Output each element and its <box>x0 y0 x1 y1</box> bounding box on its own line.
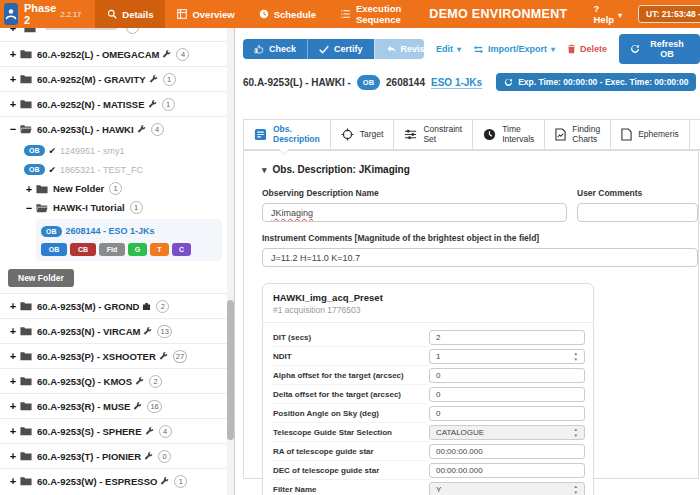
nav-label: Execution Sequence <box>356 3 401 25</box>
param-row-delta-offset: Delta offset for the target (arcsec) 0 <box>271 385 585 404</box>
count-badge: 4 <box>159 425 172 438</box>
expand-icon[interactable]: + <box>8 301 18 311</box>
obs-name-label: Observing Description Name <box>262 188 567 198</box>
expand-icon[interactable]: + <box>8 49 18 59</box>
tree-item-partial[interactable]: + <box>0 28 234 41</box>
instrument-comments-field-group: Instrument Comments [Magnitude of the br… <box>262 233 698 267</box>
undo-arrow-icon <box>386 45 396 54</box>
tree-item-sphere[interactable]: + 60.A-9253(S) - SPHERE 4 <box>0 418 234 443</box>
ob-item-smy1[interactable]: OB ✔ 1249951 - smy1 <box>0 141 234 160</box>
wrench-icon <box>135 377 144 386</box>
param-row-filter-name: Filter Name Y <box>271 480 585 495</box>
expand-icon[interactable]: + <box>8 476 18 486</box>
eso-logo[interactable] <box>4 3 18 25</box>
dit-input[interactable]: 2 <box>429 330 585 345</box>
revise-label: Revise <box>401 44 424 54</box>
tab-constraint-set[interactable]: ConstraintSet <box>394 119 473 150</box>
number-spinner[interactable] <box>574 351 578 361</box>
tree-item-new-folder[interactable]: + New Folder 1 <box>0 179 234 198</box>
edit-menu[interactable]: Edit <box>436 44 461 54</box>
ndit-input[interactable]: 1 <box>429 349 585 364</box>
count-badge: 2 <box>156 300 169 313</box>
ob-item-eso-1-jks-selected[interactable]: OB 2608144 - ESO 1-JKs <box>41 222 217 240</box>
check-button[interactable]: Check <box>243 39 307 59</box>
badge-c[interactable]: C <box>172 243 191 256</box>
delete-ob-button[interactable]: Delete <box>567 44 607 54</box>
filter-name-select[interactable]: Y <box>429 482 585 495</box>
count-badge: 1 <box>130 201 143 214</box>
tab-target-visibility[interactable]: TargetVisibility <box>690 119 700 150</box>
tree-item-vircam[interactable]: + 60.A-9253(N) - VIRCAM 13 <box>0 318 234 343</box>
tab-target[interactable]: Target <box>331 119 395 150</box>
tree-item-omegacam[interactable]: + 60.A-9252(L) - OMEGACAM 4 <box>0 41 234 66</box>
guide-star-dec-input[interactable]: 00:00:00.000 <box>429 463 585 478</box>
count-badge <box>126 28 139 34</box>
expand-icon[interactable]: + <box>24 184 34 194</box>
revise-button[interactable]: Revise <box>374 39 424 59</box>
obs-description-section-header[interactable]: Obs. Description: JKimaging <box>262 164 698 175</box>
badge-cb[interactable]: CB <box>70 243 96 256</box>
nav-item-execution-sequence[interactable]: Execution Sequence <box>328 0 413 28</box>
tree-item-hawki-tutorial[interactable]: − HAWK-I Tutorial 1 <box>0 198 234 217</box>
import-export-menu[interactable]: Import/Export <box>473 44 555 54</box>
count-badge: 2 <box>149 375 162 388</box>
exec-time-pill[interactable]: Exp. Time: 00:00:00 - Exec. Time: 00:00:… <box>496 73 696 91</box>
nav-item-schedule[interactable]: Schedule <box>247 0 328 28</box>
expand-icon[interactable]: + <box>8 74 18 84</box>
tab-obs-description[interactable]: Obs.Description <box>243 119 331 150</box>
expand-icon[interactable]: + <box>8 426 18 436</box>
obs-name-input[interactable]: JKimaging <box>262 203 567 222</box>
ob-item-test-fc[interactable]: OB ✔ 1865321 - TEST_FC <box>0 160 234 179</box>
tab-ephemeris[interactable]: Ephemeris <box>611 119 690 150</box>
ob-badge: OB <box>357 75 380 90</box>
tree-item-hawki[interactable]: − 60.A-9253(L) - HAWKI 4 <box>0 116 234 141</box>
param-label: Position Angle on Sky (deg) <box>271 404 429 423</box>
expand-icon[interactable]: + <box>8 376 18 386</box>
expand-icon[interactable]: + <box>8 99 18 109</box>
alpha-offset-input[interactable]: 0 <box>429 368 585 383</box>
new-folder-button[interactable]: New Folder <box>8 269 74 287</box>
check-icon <box>319 45 329 54</box>
instrument-comments-input[interactable]: J=11.2 H=11.0 K=10.7 <box>262 248 698 267</box>
guide-star-selection-select[interactable]: CATALOGUE <box>429 425 585 440</box>
tab-finding-charts[interactable]: FindingCharts <box>545 119 611 150</box>
tree-item-espresso[interactable]: + 60.A-9253(W) - ESPRESSO 1 <box>0 468 234 493</box>
count-badge: 16 <box>147 400 161 413</box>
delta-offset-input[interactable]: 0 <box>429 387 585 402</box>
tree-item-label: 60.A-9253(R) - MUSE <box>37 401 130 412</box>
ob-name-link[interactable]: ESO 1-JKs <box>431 77 482 88</box>
tree-item-kmos[interactable]: + 60.A-9253(Q) - KMOS 2 <box>0 368 234 393</box>
wrench-icon <box>133 402 142 411</box>
refresh-icon <box>504 78 513 87</box>
position-angle-input[interactable]: 0 <box>429 406 585 421</box>
tab-time-intervals[interactable]: TimeIntervals <box>473 119 545 150</box>
nav-item-overview[interactable]: Overview <box>165 0 246 28</box>
refresh-ob-button[interactable]: Refresh OB <box>619 34 700 64</box>
count-badge: 4 <box>176 48 189 61</box>
user-comments-input[interactable] <box>577 203 698 222</box>
tree-item-gravity[interactable]: + 60.A-9252(M) - GRAVITY 1 <box>0 66 234 91</box>
acquisition-template-header: HAWKI_img_acq_Preset #1 acquisition 1776… <box>263 284 593 323</box>
expand-icon[interactable]: + <box>8 451 18 461</box>
expand-icon[interactable]: + <box>8 326 18 336</box>
certify-button[interactable]: Certify <box>307 39 374 59</box>
expand-icon[interactable]: + <box>8 351 18 361</box>
tree-item-pionier[interactable]: + 60.A-9253(T) - PIONIER 0 <box>0 443 234 468</box>
template-title: HAWKI_img_acq_Preset <box>273 292 583 303</box>
badge-t[interactable]: T <box>150 243 169 256</box>
tree-item-matisse[interactable]: + 60.A-9252(N) - MATISSE 1 <box>0 91 234 116</box>
collapse-icon[interactable]: − <box>24 203 34 213</box>
guide-star-ra-input[interactable]: 00:00:00.000 <box>429 444 585 459</box>
sidebar-scrollbar-thumb[interactable] <box>227 300 234 440</box>
badge-fld[interactable]: Fld <box>99 243 125 256</box>
badge-ob[interactable]: OB <box>41 243 67 256</box>
tree-item-label: New Folder <box>53 183 104 194</box>
tree-item-grond[interactable]: + 60.A-9253(M) - GROND 2 <box>0 293 234 318</box>
expand-icon[interactable]: + <box>8 401 18 411</box>
tree-item-xshooter[interactable]: + 60.A-9253(P) - XSHOOTER 27 <box>0 343 234 368</box>
tree-item-muse[interactable]: + 60.A-9253(R) - MUSE 16 <box>0 393 234 418</box>
help-menu[interactable]: ? Help <box>583 0 632 28</box>
collapse-icon[interactable]: − <box>8 124 18 134</box>
badge-g[interactable]: G <box>128 243 147 256</box>
nav-item-details[interactable]: Details <box>95 0 165 28</box>
